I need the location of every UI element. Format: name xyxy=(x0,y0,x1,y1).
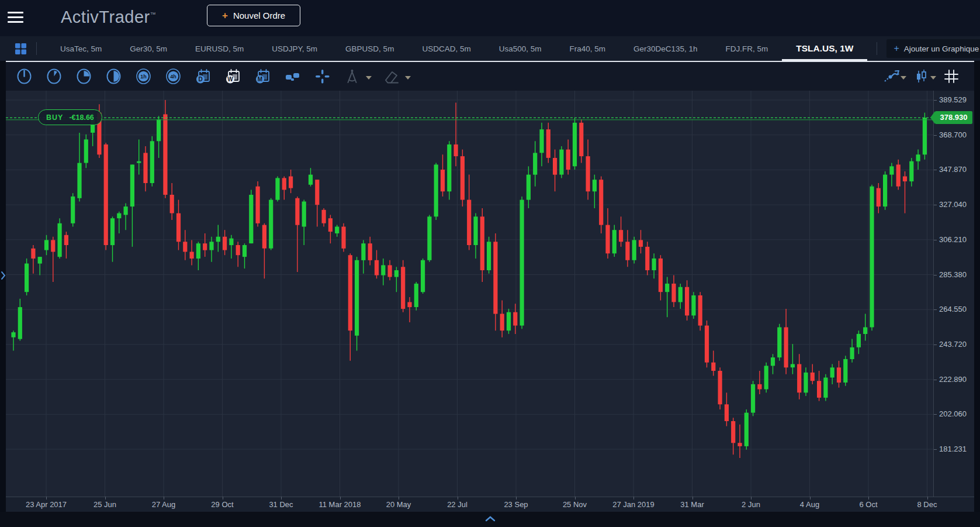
trademark-symbol: ™ xyxy=(150,11,157,18)
tab-usatec[interactable]: UsaTec, 5m xyxy=(46,36,116,61)
divider xyxy=(36,42,37,55)
brand-logo: ActivTrader™ xyxy=(61,8,156,27)
grid-layout-icon[interactable] xyxy=(943,68,959,84)
chevron-down-icon[interactable] xyxy=(930,71,936,82)
time-axis-label: 22 Jul xyxy=(425,500,490,509)
svg-text:4h: 4h xyxy=(170,74,176,80)
svg-text:M: M xyxy=(258,76,262,82)
price-axis-label: 222.890 xyxy=(939,375,967,384)
buy-position-label[interactable]: BUY -€18.66 xyxy=(38,109,102,125)
clock-30m-icon[interactable] xyxy=(106,68,122,84)
new-order-button[interactable]: + Nouvel Ordre xyxy=(207,5,300,26)
chevron-down-icon[interactable] xyxy=(366,71,372,82)
time-axis-label: 23 Apr 2017 xyxy=(14,500,78,509)
tab-eurusd[interactable]: EURUSD, 5m xyxy=(181,36,258,61)
time-axis-label: 31 Dec xyxy=(249,500,313,509)
tab-usdcad[interactable]: USDCAD, 5m xyxy=(408,36,484,61)
hamburger-menu-icon[interactable] xyxy=(8,12,23,23)
add-chart-button[interactable]: + Ajouter un Graphique xyxy=(886,39,980,58)
bottom-panel-collapsed xyxy=(0,512,980,527)
tab-fra40[interactable]: Fra40, 5m xyxy=(555,36,619,61)
price-axis-label: 243.720 xyxy=(939,340,967,349)
chevron-up-icon[interactable] xyxy=(485,516,496,522)
price-axis-label: 327.040 xyxy=(939,200,967,209)
tab-usa500[interactable]: Usa500, 5m xyxy=(485,36,556,61)
timeframe-1h-icon[interactable]: 1h xyxy=(136,68,151,84)
current-price-badge: 378.930 xyxy=(935,111,972,124)
time-axis-label: 27 Jan 2019 xyxy=(601,500,666,509)
chart-toolbar: 1h4hDWM xyxy=(6,62,974,91)
position-pnl: -€18.66 xyxy=(69,113,94,122)
chevron-right-icon[interactable] xyxy=(1,271,6,280)
time-axis-label: 25 Jun xyxy=(73,500,137,509)
chart-tab-bar: UsaTec, 5mGer30, 5mEURUSD, 5mUSDJPY, 5mG… xyxy=(0,36,980,61)
divider xyxy=(877,42,877,55)
clock-5m-icon[interactable] xyxy=(46,68,62,84)
tab-ger30[interactable]: Ger30, 5m xyxy=(116,36,181,61)
position-side: BUY xyxy=(46,113,63,122)
svg-text:D: D xyxy=(198,76,202,82)
chart-type-candles-icon[interactable] xyxy=(913,68,929,84)
tab-ger30dec135[interactable]: Ger30DeC135, 1h xyxy=(619,36,712,61)
tab-fdjfr[interactable]: FDJ.FR, 5m xyxy=(712,36,782,61)
tab-usdjpy[interactable]: USDJPY, 5m xyxy=(258,36,331,61)
eraser-icon[interactable] xyxy=(383,68,399,84)
tab-tslaus[interactable]: TSLA.US, 1W xyxy=(782,36,867,61)
time-axis-label: 31 Mar xyxy=(660,500,725,509)
time-axis-label: 29 Oct xyxy=(191,500,255,509)
time-axis-label: 6 Oct xyxy=(836,500,901,509)
time-axis-label: 23 Sep xyxy=(484,500,548,509)
candles-group xyxy=(11,100,927,458)
grid-2x2-icon[interactable] xyxy=(15,43,27,55)
add-chart-label: Ajouter un Graphique xyxy=(904,44,979,53)
candlestick-plot[interactable]: BUY -€18.66 xyxy=(6,91,933,497)
price-axis-label: 389.529 xyxy=(939,95,967,105)
price-axis-label: 368.700 xyxy=(939,130,967,140)
chevron-down-icon[interactable] xyxy=(405,71,411,82)
crosshair-icon[interactable] xyxy=(314,68,330,84)
time-axis-label: 2 Jun xyxy=(719,500,783,509)
price-axis-label: 347.870 xyxy=(939,165,967,174)
new-order-label: Nouvel Ordre xyxy=(233,11,285,20)
plus-icon: + xyxy=(894,43,899,54)
price-axis[interactable]: 378.930 389.529368.700347.870327.040306.… xyxy=(933,91,974,497)
clock-15m-icon[interactable] xyxy=(76,68,92,84)
time-axis-label: 4 Aug xyxy=(778,500,842,509)
candlestick-canvas[interactable] xyxy=(6,91,933,497)
chevron-down-icon[interactable] xyxy=(901,71,906,82)
timeframe-toolbar: 1h4hDWM xyxy=(16,68,408,84)
svg-text:W: W xyxy=(227,76,233,82)
toolbar-right xyxy=(884,68,964,84)
price-axis-label: 264.550 xyxy=(939,305,967,314)
chart-area: BUY -€18.66 378.930 389.529368.700347.87… xyxy=(6,91,974,497)
timeframe-4h-icon[interactable]: 4h xyxy=(165,68,181,84)
price-axis-label: 285.380 xyxy=(939,270,967,280)
plus-icon: + xyxy=(222,10,228,22)
tab-list: UsaTec, 5mGer30, 5mEURUSD, 5mUSDJPY, 5mG… xyxy=(46,36,867,61)
gridlines xyxy=(6,91,933,497)
tick-chart-icon[interactable] xyxy=(285,68,300,84)
time-axis[interactable]: 23 Apr 201725 Jun27 Aug29 Oct31 Dec11 Ma… xyxy=(6,497,974,513)
calendar-monthly-icon[interactable]: M xyxy=(255,68,271,84)
time-axis-label: 8 Dec xyxy=(895,500,960,509)
calendar-weekly-icon[interactable]: W xyxy=(225,68,241,84)
price-axis-label: 306.210 xyxy=(939,235,967,244)
time-axis-label: 20 May xyxy=(366,500,431,509)
price-axis-label: 181.231 xyxy=(939,445,967,454)
time-axis-label: 25 Nov xyxy=(543,500,607,509)
time-axis-label: 11 Mar 2018 xyxy=(308,500,372,509)
svg-text:1h: 1h xyxy=(140,74,147,80)
indicators-icon[interactable] xyxy=(884,68,899,84)
clock-1m-icon[interactable] xyxy=(16,68,32,84)
tab-gbpusd[interactable]: GBPUSD, 5m xyxy=(331,36,408,61)
chart-widget: 1h4hDWM BUY -€18.66 378.930 389.529368.7… xyxy=(6,61,974,512)
calendar-daily-icon[interactable]: D xyxy=(195,68,211,84)
top-bar: ActivTrader™ + Nouvel Ordre xyxy=(0,0,980,36)
activtrader-app: ActivTrader™ + Nouvel Ordre UsaTec, 5mGe… xyxy=(0,0,980,527)
time-axis-label: 27 Aug xyxy=(131,500,196,509)
compass-drawing-icon[interactable] xyxy=(344,68,360,84)
price-axis-label: 202.060 xyxy=(939,409,967,419)
